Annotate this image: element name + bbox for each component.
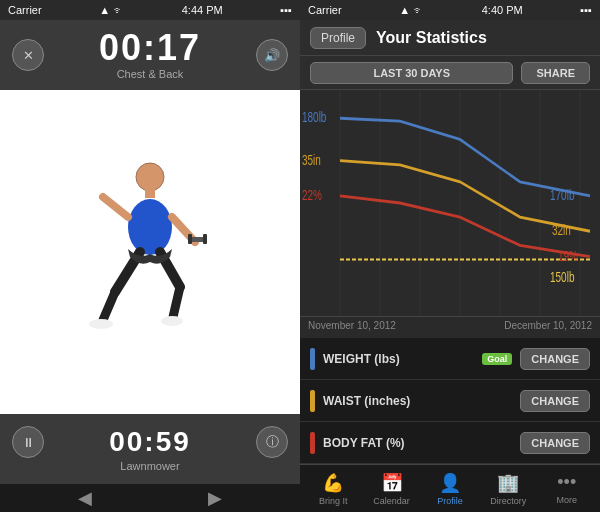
weight-change-button[interactable]: CHANGE	[520, 348, 590, 370]
nav-directory[interactable]: 🏢 Directory	[486, 472, 530, 506]
date-start: November 10, 2012	[308, 320, 396, 335]
bottom-timer: 00:59	[109, 426, 191, 458]
sound-icon: 🔊	[264, 48, 280, 63]
right-panel: Carrier ▲ ᯤ 4:40 PM ▪▪▪ Profile Your Sta…	[300, 0, 600, 512]
date-labels: November 10, 2012 December 10, 2012	[300, 316, 600, 338]
more-icon: •••	[557, 472, 576, 493]
right-time: 4:40 PM	[482, 4, 523, 16]
pause-button[interactable]: ⏸	[12, 426, 44, 458]
svg-line-8	[103, 292, 115, 320]
right-signal-wifi: ▲ ᯤ	[399, 4, 424, 16]
svg-rect-6	[203, 234, 207, 244]
right-header: Profile Your Statistics	[300, 20, 600, 56]
info-button[interactable]: ⓘ	[256, 426, 288, 458]
more-label: More	[556, 495, 577, 505]
bodyfat-change-button[interactable]: CHANGE	[520, 432, 590, 454]
profile-tab[interactable]: Profile	[310, 27, 366, 49]
timer-subtitle: Chest & Back	[99, 68, 201, 80]
sound-button[interactable]: 🔊	[256, 39, 288, 71]
svg-text:22%: 22%	[302, 187, 322, 203]
last-30-button[interactable]: LAST 30 DAYS	[310, 62, 513, 84]
nav-bring-it[interactable]: 💪 Bring It	[311, 472, 355, 506]
info-icon: ⓘ	[266, 433, 279, 451]
svg-text:180lb: 180lb	[302, 110, 327, 126]
svg-rect-5	[188, 234, 192, 244]
left-timer-header: ✕ 00:17 Chest & Back 🔊	[0, 20, 300, 90]
exercise-name: Lawnmower	[120, 460, 179, 472]
left-time: 4:44 PM	[182, 4, 223, 16]
back-arrow[interactable]: ◀	[78, 487, 92, 509]
close-icon: ✕	[23, 48, 34, 63]
svg-point-11	[89, 319, 113, 329]
stats-list: WEIGHT (lbs) Goal CHANGE WAIST (inches) …	[300, 338, 600, 464]
left-status-bar: Carrier ▲ ᯤ 4:44 PM ▪▪▪	[0, 0, 300, 20]
goal-badge: Goal	[482, 353, 512, 365]
svg-text:150lb: 150lb	[550, 269, 575, 285]
forward-arrow[interactable]: ▶	[208, 487, 222, 509]
nav-calendar[interactable]: 📅 Calendar	[370, 472, 414, 506]
profile-icon: 👤	[439, 472, 461, 494]
profile-label: Profile	[437, 496, 463, 506]
timer-display: 00:17 Chest & Back	[99, 30, 201, 80]
right-status-bar: Carrier ▲ ᯤ 4:40 PM ▪▪▪	[300, 0, 600, 20]
weight-label: WEIGHT (lbs)	[323, 352, 474, 366]
left-battery: ▪▪▪	[280, 4, 292, 16]
left-nav-bar: ◀ ▶	[0, 484, 300, 512]
statistics-chart: 180lb 35in 22% 170lb 32in 19% 150lb	[300, 90, 600, 316]
chart-area: 180lb 35in 22% 170lb 32in 19% 150lb	[300, 90, 600, 316]
directory-icon: 🏢	[497, 472, 519, 494]
svg-text:170lb: 170lb	[550, 187, 575, 203]
svg-line-2	[103, 197, 128, 217]
svg-text:19%: 19%	[558, 248, 578, 264]
svg-line-10	[173, 287, 180, 317]
waist-change-button[interactable]: CHANGE	[520, 390, 590, 412]
right-battery: ▪▪▪	[580, 4, 592, 16]
bottom-nav: 💪 Bring It 📅 Calendar 👤 Profile 🏢 Direct…	[300, 464, 600, 512]
bring-it-icon: 💪	[322, 472, 344, 494]
waist-color	[310, 390, 315, 412]
close-button[interactable]: ✕	[12, 39, 44, 71]
bodyfat-color	[310, 432, 315, 454]
nav-profile[interactable]: 👤 Profile	[428, 472, 472, 506]
right-carrier: Carrier	[308, 4, 342, 16]
date-end: December 10, 2012	[504, 320, 592, 335]
bodyfat-label: BODY FAT (%)	[323, 436, 512, 450]
svg-point-1	[128, 199, 172, 255]
waist-label: WAIST (inches)	[323, 394, 512, 408]
svg-point-0	[136, 163, 164, 191]
directory-label: Directory	[490, 496, 526, 506]
calendar-label: Calendar	[373, 496, 410, 506]
share-button[interactable]: SHARE	[521, 62, 590, 84]
bottom-controls: ⏸ 00:59 ⓘ	[0, 426, 300, 458]
svg-rect-13	[145, 188, 155, 198]
exercise-area	[0, 90, 300, 414]
left-signal-wifi: ▲ ᯤ	[99, 4, 124, 16]
svg-text:32in: 32in	[552, 223, 571, 239]
stat-row-bodyfat: BODY FAT (%) CHANGE	[300, 422, 600, 464]
svg-point-12	[161, 316, 183, 326]
timer-value: 00:17	[99, 30, 201, 66]
stats-toolbar: LAST 30 DAYS SHARE	[300, 56, 600, 90]
exercise-figure	[85, 152, 215, 352]
left-panel: Carrier ▲ ᯤ 4:44 PM ▪▪▪ ✕ 00:17 Chest & …	[0, 0, 300, 512]
left-carrier: Carrier	[8, 4, 42, 16]
left-bottom-bar: ⏸ 00:59 ⓘ Lawnmower	[0, 414, 300, 484]
stat-row-weight: WEIGHT (lbs) Goal CHANGE	[300, 338, 600, 380]
svg-text:35in: 35in	[302, 152, 321, 168]
calendar-icon: 📅	[381, 472, 403, 494]
pause-icon: ⏸	[22, 435, 35, 450]
stats-title: Your Statistics	[376, 29, 487, 47]
stat-row-waist: WAIST (inches) CHANGE	[300, 380, 600, 422]
nav-more[interactable]: ••• More	[545, 472, 589, 505]
weight-color	[310, 348, 315, 370]
bring-it-label: Bring It	[319, 496, 348, 506]
